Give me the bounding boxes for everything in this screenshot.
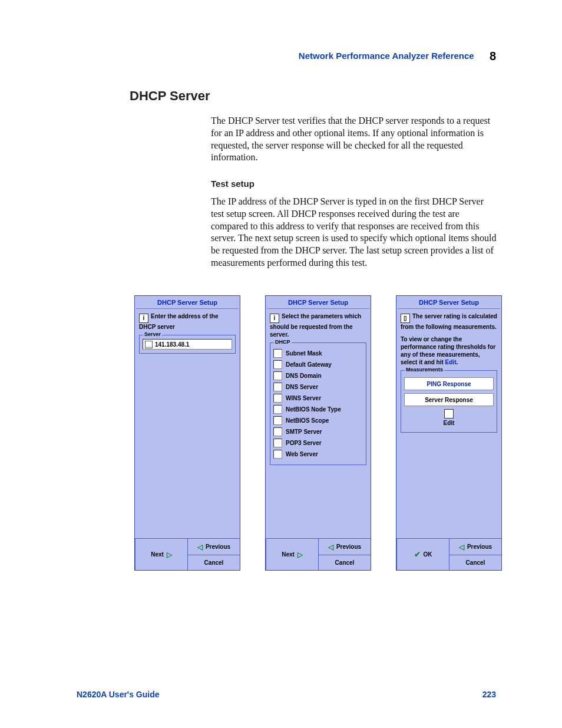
arrow-right-icon: ▷ [167,551,172,559]
option-web-server[interactable]: Web Server [273,450,363,459]
checkbox-icon [273,439,282,447]
panel-title: DHCP Server Setup [135,296,240,308]
ip-address-input[interactable]: 141.183.48.1 [143,339,232,350]
header-title: Network Performance Analyzer Reference [299,51,474,61]
group-label: Measurements [405,367,444,373]
threshold-note: To view or change the performance rating… [401,335,497,366]
chapter-number: 8 [490,50,496,62]
option-smtp-server[interactable]: SMTP Server [273,427,363,436]
group-label: DHCP [274,339,292,345]
arrow-left-icon: ◁ [328,543,333,551]
dhcp-group: DHCP Subnet Mask Default Gateway DNS Dom… [270,342,366,465]
test-setup-paragraph: The IP address of the DHCP Server is typ… [211,196,498,269]
setup-panels: DHCP Server Setup iEnter the address of … [134,295,502,571]
panel-title: DHCP Server Setup [396,296,501,308]
info-icon: i [139,314,148,323]
option-dns-domain[interactable]: DNS Domain [273,371,363,380]
measurement-ping-response[interactable]: PING Response [404,377,494,390]
cancel-button[interactable]: Cancel [449,555,501,570]
option-default-gateway[interactable]: Default Gateway [273,360,363,369]
page-number: 223 [482,690,496,699]
arrow-left-icon: ◁ [197,543,203,551]
intro-paragraph: The DHCP Server test verifies that the D… [211,115,498,164]
next-button[interactable]: Next▷ [135,538,187,570]
panel-parameters: DHCP Server Setup iSelect the parameters… [265,295,371,571]
checkbox-icon [273,383,282,391]
group-label: Server [143,331,162,337]
panel-instruction: iEnter the address of the DHCP server [139,312,236,331]
checkbox-icon [273,405,282,414]
measurement-server-response[interactable]: Server Response [404,393,494,406]
previous-button[interactable]: ◁Previous [449,538,501,555]
footer-guide-title: N2620A User's Guide [77,690,160,699]
section-heading: DHCP Server [130,88,210,104]
edit-icon[interactable] [444,409,454,419]
test-setup-heading: Test setup [211,179,254,189]
panel-title: DHCP Server Setup [266,296,371,308]
cancel-button[interactable]: Cancel [318,555,371,570]
checkbox-icon [273,371,282,380]
option-subnet-mask[interactable]: Subnet Mask [273,349,363,358]
checkbox-icon [273,360,282,369]
server-group: Server 141.183.48.1 [139,335,236,354]
option-netbios-scope[interactable]: NetBIOS Scope [273,416,363,425]
previous-button[interactable]: ◁Previous [187,538,240,555]
check-icon: ✔ [414,550,421,559]
edit-label[interactable]: Edit [404,420,494,426]
panel-instruction: iSelect the parameters which should be r… [270,312,366,338]
previous-button[interactable]: ◁Previous [318,538,371,555]
rating-icon: ▯ [401,314,410,323]
next-button[interactable]: Next▷ [266,538,318,570]
checkbox-icon [273,427,282,436]
option-netbios-node-type[interactable]: NetBIOS Node Type [273,405,363,414]
ip-value: 141.183.48.1 [155,341,189,348]
measurements-group: Measurements PING Response Server Respon… [401,370,497,433]
checkbox-icon [273,450,282,459]
running-header: Network Performance Analyzer Reference 8 [299,50,496,63]
cancel-button[interactable]: Cancel [187,555,240,570]
panel-measurements: DHCP Server Setup ▯The server rating is … [396,295,502,571]
panel-instruction: ▯The server rating is calculated from th… [401,312,497,331]
option-pop3-server[interactable]: POP3 Server [273,439,363,447]
panel-address: DHCP Server Setup iEnter the address of … [134,295,240,571]
checkbox-icon [273,349,282,358]
document-icon [145,341,153,348]
option-wins-server[interactable]: WINS Server [273,394,363,403]
ok-button[interactable]: ✔OK [396,538,449,570]
checkbox-icon [273,416,282,425]
info-icon: i [270,314,279,323]
checkbox-icon [273,394,282,403]
arrow-left-icon: ◁ [459,543,464,551]
arrow-right-icon: ▷ [297,551,303,559]
option-dns-server[interactable]: DNS Server [273,383,363,391]
